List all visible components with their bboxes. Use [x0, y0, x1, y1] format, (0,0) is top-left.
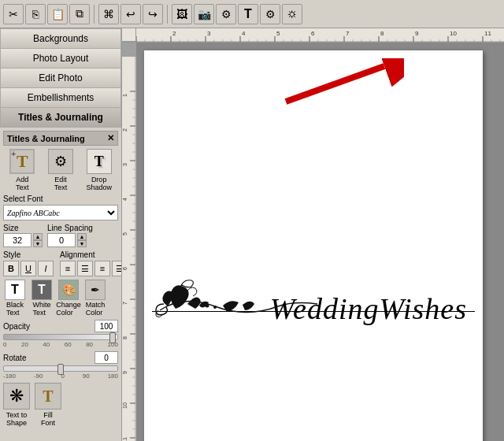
- style-label: Style: [3, 250, 54, 259]
- align-left-button[interactable]: ≡: [60, 261, 76, 276]
- change-color-tool[interactable]: 🎨 ChangeColor: [57, 280, 80, 317]
- style-align-row: Style B U I Alignment ≡ ☰ ≡ ☰: [3, 250, 118, 276]
- svg-text:4: 4: [122, 198, 128, 201]
- svg-text:6: 6: [122, 267, 128, 270]
- rotate-slider-track[interactable]: [3, 365, 118, 372]
- bold-button[interactable]: B: [3, 261, 19, 276]
- image-button[interactable]: 🖼: [172, 4, 192, 24]
- add-text-icon: + T: [9, 149, 35, 174]
- nav-backgrounds[interactable]: Backgrounds: [0, 28, 121, 49]
- undo-button[interactable]: ↩: [120, 4, 141, 24]
- rotate-slider-thumb[interactable]: [57, 364, 64, 375]
- titles-journaling-panel: Titles & Journaling ✕ + T AddText ⚙ Edit…: [0, 128, 121, 441]
- line-spacing-down[interactable]: ▼: [77, 240, 87, 247]
- ruler-top: // ruler ticks will be drawn via JS belo…: [122, 28, 504, 43]
- canvas-viewport: WeddingWishes: [136, 43, 504, 441]
- opacity-ticks: 0 20 40 60 80 100: [3, 341, 118, 348]
- line-spacing-ctrl: 0 ▲ ▼: [47, 233, 93, 247]
- drop-shadow-tool[interactable]: T DropShadow: [83, 149, 115, 191]
- ruler-left: 1234567891011: [122, 57, 136, 441]
- settings3-button[interactable]: ⛭: [282, 4, 302, 24]
- nav-edit-photo[interactable]: Edit Photo: [0, 69, 121, 88]
- svg-text:7: 7: [122, 302, 128, 305]
- nav-photo-layout[interactable]: Photo Layout: [0, 49, 121, 69]
- svg-text:5: 5: [276, 30, 280, 37]
- drop-shadow-label: DropShadow: [86, 176, 112, 191]
- ruler-top-content: // ruler ticks will be drawn via JS belo…: [136, 28, 504, 42]
- svg-text:5: 5: [122, 232, 128, 235]
- svg-text:10: 10: [122, 402, 128, 409]
- nav-titles-journaling[interactable]: Titles & Journaling: [0, 108, 121, 128]
- settings1-button[interactable]: ⚙: [216, 4, 236, 24]
- text-button[interactable]: T: [238, 4, 258, 24]
- italic-button[interactable]: I: [38, 261, 54, 276]
- fill-font-tool[interactable]: T FillFont: [35, 383, 61, 427]
- white-text-icon: T: [32, 280, 52, 300]
- line-spacing-input[interactable]: 0: [47, 233, 76, 247]
- style-group: Style B U I: [3, 250, 54, 276]
- bottom-tools-row: ❋ Text toShape T FillFont: [3, 383, 118, 427]
- size-input[interactable]: 32: [3, 233, 32, 247]
- edit-text-tool[interactable]: ⚙ EditText: [45, 149, 76, 191]
- nav-embellishments[interactable]: Embellishments: [0, 88, 121, 108]
- add-text-tool[interactable]: + T AddText: [6, 149, 38, 191]
- align-justify-button[interactable]: ☰: [112, 261, 121, 276]
- tj-header: Titles & Journaling ✕: [3, 131, 118, 146]
- size-arrows: ▲ ▼: [33, 233, 43, 247]
- settings2-button[interactable]: ⚙: [260, 4, 280, 24]
- svg-rect-65: [122, 57, 136, 441]
- opacity-input[interactable]: [94, 320, 118, 332]
- align-buttons: ≡ ☰ ≡ ☰: [60, 261, 121, 276]
- opacity-slider-thumb[interactable]: [109, 332, 116, 343]
- text-to-shape-tool[interactable]: ❋ Text toShape: [3, 383, 30, 427]
- size-up[interactable]: ▲: [33, 233, 43, 240]
- black-text-tool[interactable]: T BlackText: [3, 280, 27, 317]
- white-text-label: WhiteText: [32, 301, 50, 317]
- align-group: Alignment ≡ ☰ ≡ ☰: [60, 250, 121, 276]
- left-panel: Backgrounds Photo Layout Edit Photo Embe…: [0, 28, 122, 441]
- svg-text:9: 9: [415, 30, 419, 37]
- size-label: Size: [3, 224, 43, 232]
- duplicate-button[interactable]: ⧉: [69, 4, 90, 24]
- svg-text:3: 3: [207, 30, 211, 37]
- redo-button[interactable]: ↪: [143, 4, 163, 24]
- size-down[interactable]: ▼: [33, 240, 43, 247]
- font-select[interactable]: Zapfino ABCabc: [3, 205, 118, 220]
- underline-button[interactable]: U: [20, 261, 36, 276]
- action1-button[interactable]: ⌘: [98, 4, 119, 24]
- line-spacing-arrows: ▲ ▼: [77, 233, 87, 247]
- white-page: WeddingWishes: [144, 50, 483, 441]
- match-color-tool[interactable]: ✒ MatchColor: [83, 280, 107, 317]
- svg-text:6: 6: [311, 30, 315, 37]
- white-text-tool[interactable]: T WhiteText: [30, 280, 54, 317]
- color-row: T BlackText T WhiteText 🎨 ChangeColor ✒ …: [3, 280, 118, 317]
- cut-button[interactable]: ✂: [3, 4, 24, 24]
- black-text-icon: T: [5, 280, 25, 300]
- ruler-top-svg: // ruler ticks will be drawn via JS belo…: [136, 28, 504, 42]
- edit-text-label: EditText: [54, 176, 68, 191]
- svg-text:4: 4: [242, 30, 246, 37]
- svg-text:2: 2: [122, 128, 128, 132]
- separator: [94, 5, 94, 24]
- separator2: [167, 5, 168, 24]
- svg-point-123: [213, 306, 217, 309]
- black-text-label: BlackText: [6, 301, 24, 317]
- svg-text:3: 3: [122, 163, 128, 166]
- match-color-icon: ✒: [85, 280, 106, 300]
- align-center-button[interactable]: ☰: [77, 261, 93, 276]
- photo-button[interactable]: 📷: [194, 4, 214, 24]
- change-color-icon: 🎨: [58, 280, 79, 300]
- rotate-input[interactable]: [94, 351, 118, 364]
- copy-button[interactable]: ⎘: [25, 4, 46, 24]
- size-ctrl: 32 ▲ ▼: [3, 233, 43, 247]
- line-spacing-up[interactable]: ▲: [77, 233, 87, 240]
- fill-font-label: FillFont: [41, 411, 55, 427]
- paste-button[interactable]: 📋: [47, 4, 68, 24]
- close-icon[interactable]: ✕: [107, 133, 114, 143]
- select-font-label: Select Font: [3, 195, 118, 203]
- align-label: Alignment: [60, 250, 121, 259]
- align-right-button[interactable]: ≡: [94, 261, 110, 276]
- main-area: Backgrounds Photo Layout Edit Photo Embe…: [0, 28, 504, 441]
- fill-font-icon: T: [35, 383, 61, 410]
- opacity-slider-track[interactable]: [3, 334, 118, 340]
